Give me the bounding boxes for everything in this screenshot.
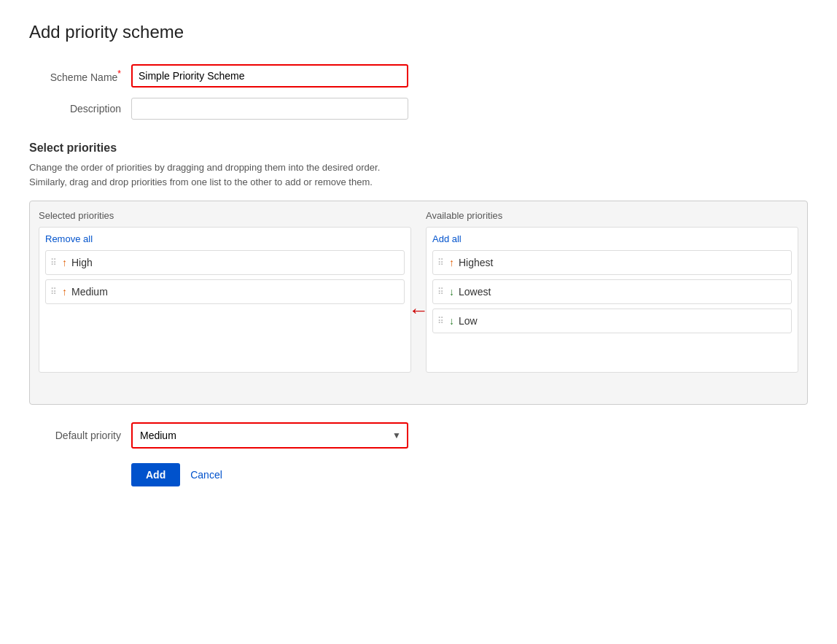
available-item-lowest[interactable]: ⠿ ↓ Lowest [432,279,792,304]
default-priority-select-wrapper: Highest High Medium Lowest Low ▼ [131,422,408,449]
arrow-down-icon-lowest: ↓ [449,286,454,298]
drag-handle-highest: ⠿ [437,257,445,268]
transfer-arrow: ← [408,299,429,322]
cancel-button[interactable]: Cancel [190,463,222,486]
default-priority-select[interactable]: Highest High Medium Lowest Low [131,422,408,449]
priority-label-lowest: Lowest [459,286,491,298]
arrow-up-icon-highest: ↑ [449,257,454,268]
form-section: Scheme Name* Description [29,64,808,120]
available-priority-list[interactable]: Add all ⠿ ↑ Highest ⠿ ↓ Lowest [426,227,798,373]
available-priorities-column: Available priorities Add all ⠿ ↑ Highest… [426,210,798,395]
description-row: Description [29,98,808,120]
priority-label-high: High [71,257,93,268]
select-priorities-section: Select priorities Change the order of pr… [29,141,808,405]
scheme-name-label: Scheme Name* [29,69,131,83]
default-priority-label: Default priority [29,430,131,441]
priority-label-medium: Medium [71,286,108,298]
drag-handle-low: ⠿ [437,316,445,326]
remove-all-link[interactable]: Remove all [45,233,405,244]
available-item-low[interactable]: ⠿ ↓ Low [432,309,792,333]
selected-priorities-column: Selected priorities Remove all ⠿ ↑ High … [39,210,411,395]
available-item-highest[interactable]: ⠿ ↑ Highest [432,250,792,275]
page-title: Add priority scheme [29,22,808,42]
default-priority-row: Default priority Highest High Medium Low… [29,422,808,449]
scheme-name-row: Scheme Name* [29,64,808,88]
selected-item-high[interactable]: ⠿ ↑ High [45,250,405,275]
drag-handle-medium: ⠿ [50,287,58,297]
description-input[interactable] [131,98,408,120]
priority-label-low: Low [459,315,478,327]
selected-column-title: Selected priorities [39,210,411,221]
select-priorities-heading: Select priorities [29,141,808,155]
arrow-down-icon-low: ↓ [449,315,454,327]
action-buttons: Add Cancel [131,463,808,486]
priorities-wrapper: ← Selected priorities Remove all ⠿ ↑ Hig… [29,201,808,405]
instructions: Change the order of priorities by draggi… [29,160,808,189]
required-indicator: * [117,69,121,79]
selected-item-medium[interactable]: ⠿ ↑ Medium [45,279,405,304]
add-button[interactable]: Add [131,463,180,486]
selected-priority-list[interactable]: Remove all ⠿ ↑ High ⠿ ↑ Medium [39,227,411,373]
available-column-title: Available priorities [426,210,798,221]
description-label: Description [29,103,131,115]
priority-label-highest: Highest [459,257,493,268]
arrow-up-icon-high: ↑ [62,257,67,268]
add-all-link[interactable]: Add all [432,233,792,244]
drag-handle-lowest: ⠿ [437,287,445,297]
scheme-name-input[interactable] [131,64,408,88]
drag-handle-high: ⠿ [50,257,58,268]
arrow-up-icon-medium: ↑ [62,286,67,298]
